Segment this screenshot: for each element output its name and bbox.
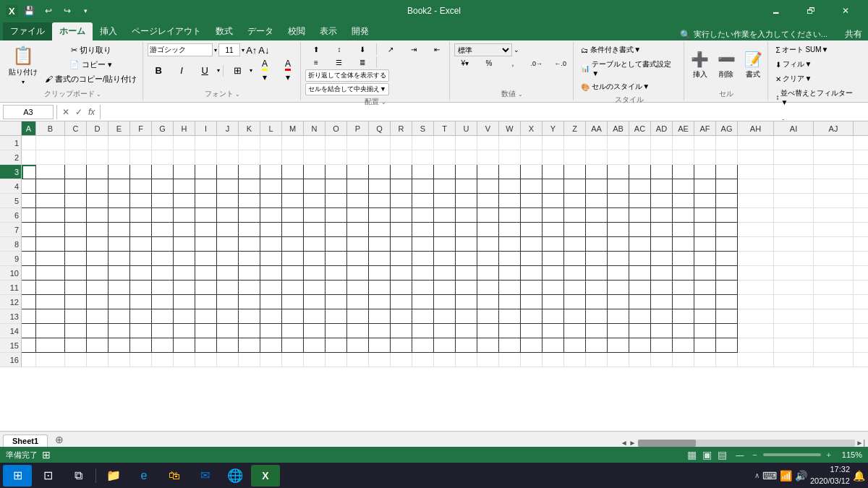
cell-V4[interactable] (477, 179, 499, 194)
cell-E2[interactable] (109, 150, 130, 165)
cell-M1[interactable] (282, 136, 304, 150)
cell-S7[interactable] (412, 223, 434, 237)
cell-O7[interactable] (326, 223, 347, 237)
cell-E1[interactable] (109, 136, 130, 150)
cell-W9[interactable] (499, 252, 521, 266)
cell-K7[interactable] (239, 223, 260, 237)
cell-V7[interactable] (477, 223, 499, 237)
cell-G8[interactable] (152, 237, 174, 252)
cell-G3[interactable] (152, 165, 174, 179)
cell-V10[interactable] (477, 266, 499, 281)
cell-Q14[interactable] (369, 324, 391, 338)
cell-F5[interactable] (130, 194, 152, 208)
cell-AI16[interactable] (774, 353, 814, 367)
cell-AK5[interactable] (854, 194, 868, 208)
cell-P5[interactable] (347, 194, 369, 208)
cell-I2[interactable] (195, 150, 217, 165)
conditional-format-button[interactable]: 🗂 条件付き書式▼ (578, 43, 644, 56)
cell-D5[interactable] (87, 194, 109, 208)
font-name-input[interactable] (148, 43, 213, 56)
cell-X3[interactable] (521, 165, 542, 179)
cell-AK16[interactable] (854, 353, 868, 367)
cell-Q8[interactable] (369, 237, 391, 252)
share-button[interactable]: 共有 (845, 28, 862, 40)
horizontal-scrollbar[interactable] (638, 440, 855, 447)
cell-AA15[interactable] (586, 338, 608, 353)
cell-AH12[interactable] (738, 295, 774, 309)
row-header-7[interactable]: 7 (0, 223, 22, 237)
row-header-11[interactable]: 11 (0, 281, 22, 295)
cell-K13[interactable] (239, 309, 260, 324)
copy-button[interactable]: 📄 コピー ▾ (42, 58, 140, 72)
cell-C9[interactable] (65, 252, 87, 266)
cell-AH10[interactable] (738, 266, 774, 281)
cell-U12[interactable] (456, 295, 477, 309)
cell-L11[interactable] (260, 281, 282, 295)
cell-C3[interactable] (65, 165, 87, 179)
cell-AK7[interactable] (854, 223, 868, 237)
cell-N4[interactable] (304, 179, 326, 194)
cell-Z10[interactable] (564, 266, 586, 281)
cell-AC8[interactable] (629, 237, 651, 252)
cell-AH14[interactable] (738, 324, 774, 338)
cell-S12[interactable] (412, 295, 434, 309)
col-header-J[interactable]: J (217, 121, 239, 135)
cell-L13[interactable] (260, 309, 282, 324)
cell-AJ16[interactable] (814, 353, 854, 367)
cell-A2[interactable] (22, 150, 36, 165)
cell-N7[interactable] (304, 223, 326, 237)
cell-F1[interactable] (130, 136, 152, 150)
cell-N14[interactable] (304, 324, 326, 338)
cell-AF14[interactable] (694, 324, 716, 338)
cell-B3[interactable] (36, 165, 65, 179)
cell-styles-button[interactable]: 🎨 セルのスタイル▼ (578, 80, 652, 93)
cell-Q1[interactable] (369, 136, 391, 150)
cell-R5[interactable] (391, 194, 412, 208)
cell-N6[interactable] (304, 208, 326, 223)
cell-G16[interactable] (152, 353, 174, 367)
cell-AF8[interactable] (694, 237, 716, 252)
cell-AD7[interactable] (651, 223, 673, 237)
cell-AJ13[interactable] (814, 309, 854, 324)
cell-T8[interactable] (434, 237, 456, 252)
qat-more[interactable]: ▾ (79, 4, 93, 18)
cell-AG3[interactable] (716, 165, 738, 179)
cell-AB1[interactable] (608, 136, 629, 150)
cell-AI13[interactable] (774, 309, 814, 324)
cell-E6[interactable] (109, 208, 130, 223)
cell-W4[interactable] (499, 179, 521, 194)
cell-C6[interactable] (65, 208, 87, 223)
cell-AB12[interactable] (608, 295, 629, 309)
cell-P10[interactable] (347, 266, 369, 281)
cell-AI11[interactable] (774, 281, 814, 295)
cell-X16[interactable] (521, 353, 542, 367)
indent-decrease-button[interactable]: ⇤ (426, 44, 448, 55)
cell-AK4[interactable] (854, 179, 868, 194)
cell-L9[interactable] (260, 252, 282, 266)
cell-S10[interactable] (412, 266, 434, 281)
cell-C10[interactable] (65, 266, 87, 281)
cell-AJ11[interactable] (814, 281, 854, 295)
cell-C5[interactable] (65, 194, 87, 208)
cell-Y14[interactable] (542, 324, 564, 338)
cell-Z14[interactable] (564, 324, 586, 338)
cell-E5[interactable] (109, 194, 130, 208)
cell-P6[interactable] (347, 208, 369, 223)
cell-C16[interactable] (65, 353, 87, 367)
cell-F9[interactable] (130, 252, 152, 266)
cell-H14[interactable] (174, 324, 195, 338)
notification-button[interactable]: 🔔 (853, 470, 865, 481)
cell-AE9[interactable] (673, 252, 694, 266)
taskbar-edge[interactable]: 🌐 (221, 465, 250, 487)
cell-V15[interactable] (477, 338, 499, 353)
cell-U8[interactable] (456, 237, 477, 252)
table-format-button[interactable]: 📊 テーブルとして書式設定▼ (578, 58, 680, 79)
cell-C15[interactable] (65, 338, 87, 353)
cell-AG14[interactable] (716, 324, 738, 338)
col-header-S[interactable]: S (412, 121, 434, 135)
cell-P9[interactable] (347, 252, 369, 266)
cell-X5[interactable] (521, 194, 542, 208)
cell-AE12[interactable] (673, 295, 694, 309)
cell-Z1[interactable] (564, 136, 586, 150)
formula-confirm-button[interactable]: ✓ (73, 107, 85, 117)
